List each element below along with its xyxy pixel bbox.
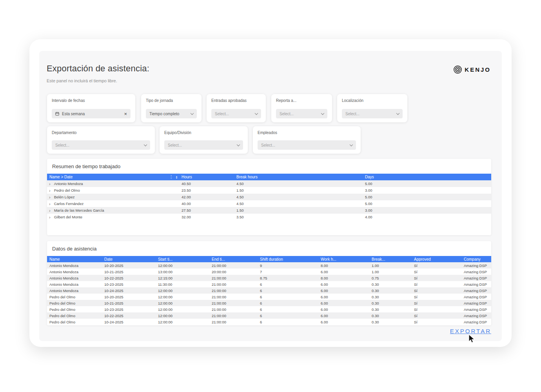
cell: 1.00 — [369, 263, 412, 268]
export-button[interactable]: EXPORTAR — [450, 328, 491, 334]
location-select[interactable]: Select... — [342, 109, 403, 118]
cell: 8.00 — [318, 263, 369, 268]
cell: Sí — [412, 301, 461, 305]
cell: 6 — [258, 301, 318, 305]
cell: 6 — [258, 295, 318, 299]
chevron-down-icon — [396, 111, 399, 114]
attendance-table-body: Antonio Mendoza10-20-202512:00:0021:00:0… — [47, 262, 491, 325]
cell: Antonio Mendoza — [47, 282, 102, 287]
cell: Sí — [412, 314, 461, 318]
cell: Amazing DSP — [461, 276, 491, 280]
cell: 6 — [258, 320, 318, 324]
clear-date-icon[interactable]: × — [124, 111, 127, 116]
cell: Amazing DSP — [461, 295, 491, 299]
table-row[interactable]: ›Carlos Fernández40.004.505.00 — [47, 200, 491, 207]
column-header: Days — [363, 175, 491, 179]
kenjo-logo-text: KENJO — [465, 66, 491, 73]
cell: Antonio Mendoza — [47, 276, 102, 280]
select-placeholder: Select... — [280, 112, 294, 116]
cell: 6 — [258, 314, 318, 318]
column-header: Hours — [179, 175, 234, 179]
mouse-cursor-icon — [468, 334, 476, 346]
reports-to-select[interactable]: Select... — [276, 109, 327, 118]
app-window: Exportación de asistencia: Este panel no… — [29, 39, 512, 347]
cell: Pedro del Olmo — [47, 301, 102, 305]
hours-cell: 42.00 — [179, 195, 234, 199]
cell: 21:00:00 — [209, 263, 258, 268]
attendance-section: Datos de asistencia Name Date Start ti..… — [47, 241, 491, 325]
cell: 0.30 — [369, 307, 412, 312]
cell: 21:00:00 — [209, 307, 258, 312]
hours-cell: 27.50 — [179, 208, 234, 212]
table-row: Pedro del Olmo10-23-202512:00:0021:00:00… — [47, 306, 491, 312]
select-placeholder: Select... — [55, 143, 69, 147]
cell: 0.30 — [369, 295, 412, 299]
cell: 13:00:00 — [156, 270, 209, 274]
cell: 10-21-2025 — [102, 301, 156, 305]
chevron-down-icon — [350, 143, 353, 146]
days-cell: 5.00 — [363, 195, 491, 199]
cell: Antonio Mendoza — [47, 263, 102, 268]
expand-chevron-icon[interactable]: › — [49, 215, 51, 220]
summary-table-header: Name > Date ⋮ ▲▼ Hours Break hours Days — [47, 174, 491, 180]
break-hours-cell: 1.50 — [234, 188, 363, 192]
table-row[interactable]: ›Gilbert del Monte32.003.504.00 — [47, 214, 491, 220]
employees-select[interactable]: Select... — [258, 140, 356, 150]
chevron-down-icon — [237, 143, 240, 146]
expand-chevron-icon[interactable]: › — [49, 195, 51, 200]
team-division-select[interactable]: Select... — [164, 140, 243, 150]
cell: 21:00:00 — [209, 301, 258, 305]
cell: Amazing DSP — [461, 263, 491, 268]
filter-employees: Empleados Select... — [253, 126, 361, 154]
table-row[interactable]: ›María de las Mercedes García27.501.503.… — [47, 207, 491, 214]
cell: Sí — [412, 263, 461, 268]
table-row[interactable]: ›Antonio Mendoza40.504.505.00 — [47, 180, 491, 187]
filter-label: Intervalo de fechas — [52, 98, 131, 103]
cell: 21:00:00 — [209, 289, 258, 293]
filter-location: Localización Select... — [337, 94, 407, 122]
cell: 6.00 — [318, 301, 369, 305]
attendance-section-title: Datos de asistencia — [47, 241, 491, 256]
summary-section: Resumen de tiempo trabajado Name > Date … — [47, 159, 491, 235]
schedule-type-value: Tiempo completo — [149, 112, 179, 116]
cell: 10-23-2025 — [102, 282, 156, 287]
date-range-input[interactable]: Esta semana × — [52, 109, 131, 118]
expand-chevron-icon[interactable]: › — [49, 181, 51, 186]
hours-cell: 40.50 — [179, 181, 234, 186]
days-cell: 3.00 — [363, 188, 491, 192]
break-hours-cell: 4.50 — [234, 181, 363, 186]
cell: 6.00 — [318, 320, 369, 324]
table-row[interactable]: ›Belén López42.004.505.00 — [47, 194, 491, 200]
department-select[interactable]: Select... — [52, 140, 150, 150]
cell: Amazing DSP — [461, 289, 491, 293]
approved-entries-select[interactable]: Select... — [211, 109, 261, 118]
sort-icon[interactable]: ▲▼ — [176, 176, 179, 179]
cell: Amazing DSP — [461, 314, 491, 318]
days-cell: 5.00 — [363, 181, 491, 186]
column-menu-icon[interactable]: ⋮ — [169, 175, 176, 179]
cell: Amazing DSP — [461, 301, 491, 305]
select-placeholder: Select... — [261, 143, 275, 147]
filter-label: Departamento — [52, 131, 150, 135]
cell: 12:15:00 — [156, 276, 209, 280]
filter-label: Entradas aprobadas — [211, 98, 261, 103]
page-subtitle: Este panel no incluirá el tiempo libre. — [47, 78, 117, 83]
cell: Pedro del Olmo — [47, 295, 102, 299]
select-placeholder: Select... — [168, 143, 182, 147]
filter-reports-to: Reporta a... Select... — [271, 94, 332, 122]
cell: Amazing DSP — [461, 320, 491, 324]
cell: 12:00:00 — [156, 307, 209, 312]
summary-table-body: ›Antonio Mendoza40.504.505.00›Pedro del … — [47, 180, 491, 220]
column-header: Date — [102, 257, 156, 261]
select-placeholder: Select... — [215, 112, 229, 116]
schedule-type-select[interactable]: Tiempo completo — [146, 109, 197, 118]
cell: 8.75 — [258, 276, 318, 280]
expand-chevron-icon[interactable]: › — [49, 201, 51, 206]
calendar-icon — [55, 112, 59, 116]
expand-chevron-icon[interactable]: › — [49, 188, 51, 193]
cell: Pedro del Olmo — [47, 307, 102, 312]
table-row[interactable]: ›Pedro del Olmo23.501.503.00 — [47, 187, 491, 194]
expand-chevron-icon[interactable]: › — [49, 208, 51, 213]
cell: 12:00:00 — [156, 263, 209, 268]
employee-name: Gilbert del Monte — [54, 215, 82, 219]
